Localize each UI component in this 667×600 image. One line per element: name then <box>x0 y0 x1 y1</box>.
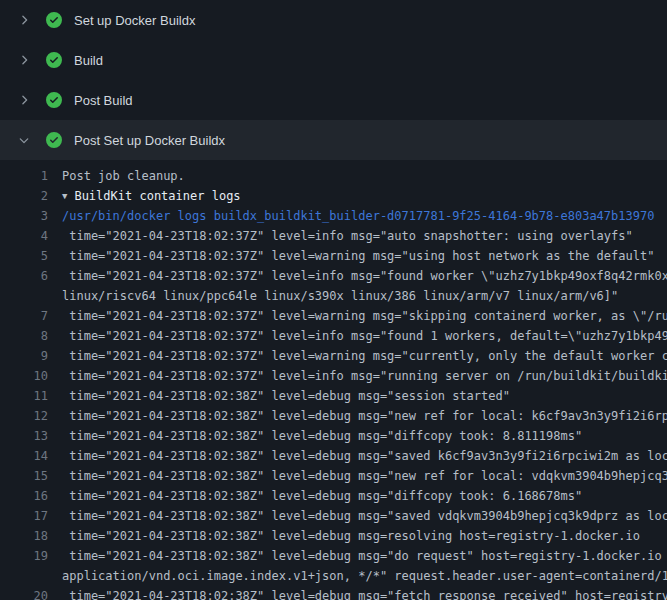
log-line: 6 time="2021-04-23T18:02:37Z" level=info… <box>0 266 667 286</box>
step-label: Post Set up Docker Buildx <box>74 133 225 148</box>
check-circle-success-icon <box>46 12 62 28</box>
log-line: 13 time="2021-04-23T18:02:38Z" level=deb… <box>0 426 667 446</box>
chevron-down-icon[interactable] <box>16 132 32 148</box>
line-number: 10 <box>18 366 48 386</box>
log-text: time="2021-04-23T18:02:37Z" level=warnin… <box>62 346 667 366</box>
log-line: 20 time="2021-04-23T18:02:38Z" level=deb… <box>0 586 667 600</box>
line-number: 8 <box>18 326 48 346</box>
log-line: 12 time="2021-04-23T18:02:38Z" level=deb… <box>0 406 667 426</box>
log-line: application/vnd.oci.image.index.v1+json,… <box>0 566 667 586</box>
log-text: Post job cleanup. <box>62 166 185 186</box>
log-viewer: 1Post job cleanup.2▼BuildKit container l… <box>0 160 667 600</box>
chevron-right-icon[interactable] <box>16 92 32 108</box>
log-line: 18 time="2021-04-23T18:02:38Z" level=deb… <box>0 526 667 546</box>
log-text: time="2021-04-23T18:02:38Z" level=debug … <box>62 446 667 466</box>
log-text: time="2021-04-23T18:02:37Z" level=info m… <box>62 226 633 246</box>
step-label: Post Build <box>74 93 133 108</box>
log-text: time="2021-04-23T18:02:37Z" level=warnin… <box>62 246 654 266</box>
actions-job-log-panel: Set up Docker Buildx Build Post Build <box>0 0 667 600</box>
log-text: time="2021-04-23T18:02:37Z" level=info m… <box>62 366 667 386</box>
log-line: linux/riscv64 linux/ppc64le linux/s390x … <box>0 286 667 306</box>
log-text: time="2021-04-23T18:02:38Z" level=debug … <box>62 426 582 446</box>
log-text: time="2021-04-23T18:02:37Z" level=info m… <box>62 266 667 286</box>
chevron-right-icon[interactable] <box>16 52 32 68</box>
line-number: 1 <box>18 166 48 186</box>
log-command-text[interactable]: /usr/bin/docker logs buildx_buildkit_bui… <box>62 206 654 226</box>
step-row-set-up-docker-buildx[interactable]: Set up Docker Buildx <box>0 0 667 40</box>
log-line[interactable]: 2▼BuildKit container logs <box>0 186 667 206</box>
step-label: Set up Docker Buildx <box>74 13 195 28</box>
log-line: 7 time="2021-04-23T18:02:37Z" level=warn… <box>0 306 667 326</box>
log-text: time="2021-04-23T18:02:38Z" level=debug … <box>62 466 667 486</box>
log-line: 4 time="2021-04-23T18:02:37Z" level=info… <box>0 226 667 246</box>
step-row-post-build[interactable]: Post Build <box>0 80 667 120</box>
line-number: 13 <box>18 426 48 446</box>
log-line: 10 time="2021-04-23T18:02:37Z" level=inf… <box>0 366 667 386</box>
step-row-post-set-up-docker-buildx[interactable]: Post Set up Docker Buildx <box>0 120 667 160</box>
line-number: 11 <box>18 386 48 406</box>
log-text: time="2021-04-23T18:02:38Z" level=debug … <box>62 386 510 406</box>
line-number: 20 <box>18 586 48 600</box>
log-text: time="2021-04-23T18:02:38Z" level=debug … <box>62 546 667 566</box>
log-line: 8 time="2021-04-23T18:02:37Z" level=info… <box>0 326 667 346</box>
log-text: linux/riscv64 linux/ppc64le linux/s390x … <box>62 286 618 306</box>
steps-list: Set up Docker Buildx Build Post Build <box>0 0 667 160</box>
log-line: 3/usr/bin/docker logs buildx_buildkit_bu… <box>0 206 667 226</box>
line-number: 2 <box>18 186 48 206</box>
log-text: time="2021-04-23T18:02:38Z" level=debug … <box>62 526 640 546</box>
log-line: 14 time="2021-04-23T18:02:38Z" level=deb… <box>0 446 667 466</box>
line-number: 6 <box>18 266 48 286</box>
log-line: 1Post job cleanup. <box>0 166 667 186</box>
line-number: 18 <box>18 526 48 546</box>
log-line: 9 time="2021-04-23T18:02:37Z" level=warn… <box>0 346 667 366</box>
line-number: 19 <box>18 546 48 566</box>
line-number: 15 <box>18 466 48 486</box>
log-line: 11 time="2021-04-23T18:02:38Z" level=deb… <box>0 386 667 406</box>
log-lines: 1Post job cleanup.2▼BuildKit container l… <box>0 166 667 600</box>
chevron-right-icon[interactable] <box>16 12 32 28</box>
log-text: time="2021-04-23T18:02:38Z" level=debug … <box>62 586 667 600</box>
check-circle-success-icon <box>46 92 62 108</box>
check-circle-success-icon <box>46 132 62 148</box>
log-line: 5 time="2021-04-23T18:02:37Z" level=warn… <box>0 246 667 266</box>
group-caret-down-icon[interactable]: ▼ <box>62 186 67 206</box>
log-text: time="2021-04-23T18:02:38Z" level=debug … <box>62 506 667 526</box>
log-text: time="2021-04-23T18:02:37Z" level=info m… <box>62 326 667 346</box>
check-circle-success-icon <box>46 52 62 68</box>
line-number: 5 <box>18 246 48 266</box>
log-line: 19 time="2021-04-23T18:02:38Z" level=deb… <box>0 546 667 566</box>
line-number: 14 <box>18 446 48 466</box>
log-text: time="2021-04-23T18:02:38Z" level=debug … <box>62 486 582 506</box>
log-line: 16 time="2021-04-23T18:02:38Z" level=deb… <box>0 486 667 506</box>
line-number: 17 <box>18 506 48 526</box>
log-text: time="2021-04-23T18:02:38Z" level=debug … <box>62 406 667 426</box>
log-text: application/vnd.oci.image.index.v1+json,… <box>62 566 667 586</box>
log-line: 15 time="2021-04-23T18:02:38Z" level=deb… <box>0 466 667 486</box>
line-number: 12 <box>18 406 48 426</box>
line-number: 16 <box>18 486 48 506</box>
step-row-build[interactable]: Build <box>0 40 667 80</box>
step-label: Build <box>74 53 103 68</box>
line-number: 7 <box>18 306 48 326</box>
log-line: 17 time="2021-04-23T18:02:38Z" level=deb… <box>0 506 667 526</box>
log-text: time="2021-04-23T18:02:37Z" level=warnin… <box>62 306 667 326</box>
line-number: 4 <box>18 226 48 246</box>
log-text: BuildKit container logs <box>74 186 240 206</box>
line-number: 9 <box>18 346 48 366</box>
line-number: 3 <box>18 206 48 226</box>
